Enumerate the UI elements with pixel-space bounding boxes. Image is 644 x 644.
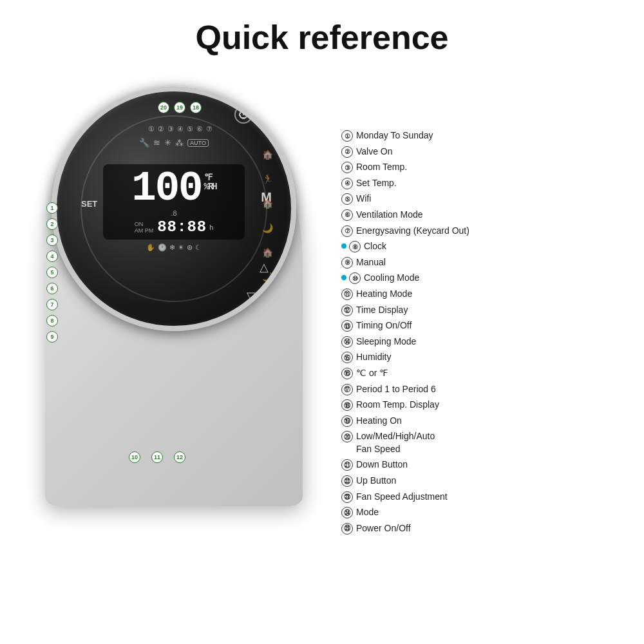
legend-area: ① Monday To Sunday ② Valve On ③ Room Tem… [328,68,638,538]
fan-icon: ⊛ [187,243,193,252]
legend-item-23: ㉓ Fan Speed Adjustment [341,491,638,504]
legend-text-23: Fan Speed Adjustment [356,491,448,504]
legend-num-25: ㉕ [341,523,353,535]
schedule-5-icon: 🏠 [262,247,273,258]
legend-item-3: ③ Room Temp. [341,161,638,174]
legend-item-10: ⑩ Cooling Mode [341,272,638,285]
legend-text-7: Energysaving (Keycard Out) [356,225,469,238]
schedule-2-icon: 🏃 [262,174,273,184]
legend-item-1: ① Monday To Sunday [341,129,638,142]
legend-item-4: ④ Set Temp. [341,177,638,190]
legend-text-15: Humidity [356,351,391,364]
on-label: ON [135,221,154,227]
snowflake-icon: ❄ [169,243,175,252]
callout-7: 7 [46,299,58,310]
legend-text-1: Monday To Sunday [356,129,433,142]
cyan-dot-8 [341,243,346,249]
legend-num-16: ⑯ [341,368,353,379]
legend-item-9: ⑨ Manual [341,256,638,269]
legend-text-12: Time Display [356,304,408,317]
legend-num-14: ⑭ [341,336,353,348]
legend-num-24: ㉔ [341,507,353,518]
legend-text-17: Period 1 to Period 6 [356,383,436,396]
legend-text-8: Clock [364,240,386,253]
legend-num-2: ② [341,146,353,158]
legend-text-14: Sleeping Mode [356,336,416,348]
callout-12: 12 [174,451,185,463]
legend-num-12: ⑫ [341,305,353,316]
legend-text-6: Ventilation Mode [356,209,423,222]
legend-item-21: ㉑ Down Button [341,459,638,471]
legend-num-10: ⑩ [349,272,361,284]
legend-text-22: Up Button [356,475,396,488]
legend-num-13: ⑬ [341,320,353,332]
legend-text-4: Set Temp. [356,177,397,190]
legend-text-9: Manual [356,256,386,269]
legend-item-12: ⑫ Time Display [341,304,638,317]
legend-item-18: ⑱ Room Temp. Display [341,399,638,412]
legend-text-18: Room Temp. Display [356,399,439,412]
legend-text-3: Room Temp. [356,161,407,174]
legend-num-21: ㉑ [341,459,353,471]
page-title: Quick reference [0,0,644,68]
time-suffix: h [209,223,213,231]
legend-text-11: Heating Mode [356,288,412,301]
lcd-bottom-row: ON AM PM 88:88 h [135,218,214,236]
temp-value: 100 [131,168,202,209]
legend-item-7: ⑦ Energysaving (Keycard Out) [341,225,638,238]
power-button[interactable]: ⏻ [234,106,252,124]
legend-num-22: ㉒ [341,475,353,487]
legend-num-18: ⑱ [341,399,353,411]
down-arrow-icon[interactable]: ▽ [247,289,256,303]
legend-item-19: ⑲ Heating On [341,415,638,428]
legend-item-15: ⑮ Humidity [341,351,638,364]
legend-item-22: ㉒ Up Button [341,475,638,488]
temp-unit: ℉ [204,173,216,182]
callout-9: 9 [46,331,58,343]
legend-item-17: ⑰ Period 1 to Period 6 [341,383,638,396]
time-display: 88:88 [157,218,207,236]
schedule-1-icon: 🏠 [262,149,273,160]
schedule-6-icon: 🌙 [262,272,273,282]
legend-num-7: ⑦ [341,225,353,237]
thermostat-display: ⏻ M △ ▽ SET ① ② ③ ④ ⑤ ⑥ ⑦ 🔧 ≋ [52,86,296,331]
legend-num-20: ⑳ [341,431,353,442]
legend-item-11: ⑪ Heating Mode [341,288,638,301]
callout-2: 2 [46,218,58,230]
legend-text-24: Mode [356,506,379,519]
device-area: ⏻ M △ ▽ SET ① ② ③ ④ ⑤ ⑥ ⑦ 🔧 ≋ [19,68,328,506]
legend-item-25: ㉕ Power On/Off [341,522,638,535]
temperature-display: 100 ℉ %RH [131,168,216,209]
legend-num-6: ⑥ [341,209,353,221]
lcd-display-area: 100 ℉ %RH .8 ON AM PM 88:88 [80,115,267,302]
legend-text-13: Timing On/Off [356,319,412,332]
callout-3: 3 [46,234,58,246]
legend-num-9: ⑨ [341,257,353,269]
legend-num-1: ① [341,130,353,142]
legend-item-5: ⑤ Wifi [341,193,638,205]
legend-item-20: ⑳ Low/Med/High/AutoFan Speed [341,430,638,455]
legend-item-6: ⑥ Ventilation Mode [341,209,638,222]
sun-icon: ☀ [178,243,184,252]
legend-item-13: ⑬ Timing On/Off [341,319,638,332]
legend-text-19: Heating On [356,415,402,428]
legend-text-20: Low/Med/High/AutoFan Speed [356,430,435,455]
legend-item-14: ⑭ Sleeping Mode [341,336,638,348]
moon-icon: ☾ [195,243,202,252]
legend-text-25: Power On/Off [356,522,411,535]
callout-19: 19 [174,102,185,113]
legend-num-19: ⑲ [341,415,353,427]
legend-num-8: ⑧ [349,241,361,252]
legend-text-2: Valve On [356,146,393,158]
legend-num-3: ③ [341,162,353,173]
clock-icon: 🕐 [158,243,167,252]
legend-text-16: ℃ or ℉ [356,367,388,380]
legend-text-10: Cooling Mode [364,272,419,285]
callout-10: 10 [129,451,140,463]
callout-5: 5 [46,267,58,278]
legend-item-2: ② Valve On [341,146,638,158]
am-pm-label: AM PM [135,227,154,234]
legend-item-8: ⑧ Clock [341,240,638,253]
legend-text-5: Wifi [356,193,371,205]
function-icons-row: ✋ 🕐 ❄ ☀ ⊛ ☾ [146,243,202,252]
